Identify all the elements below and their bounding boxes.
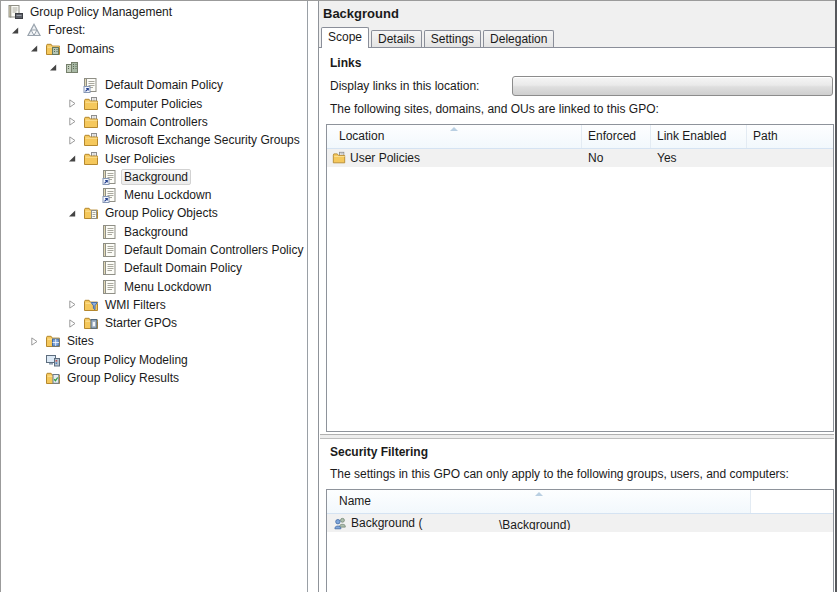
location-dropdown[interactable] <box>512 76 833 96</box>
tree-item-domain-controllers[interactable]: Domain Controllers <box>1 113 307 131</box>
page-title: Background <box>323 6 399 21</box>
tree-item-label: Domains <box>64 42 117 56</box>
console-tree: Group Policy Management Forest: Domains <box>1 1 307 387</box>
ou-icon <box>83 151 99 167</box>
forest-icon <box>26 22 42 38</box>
tree-item-label: User Policies <box>102 152 178 166</box>
tree-item-label: Group Policy Results <box>64 371 182 385</box>
tab-delegation[interactable]: Delegation <box>483 30 554 47</box>
tab-strip: Scope Details Settings Delegation <box>321 27 556 47</box>
tree-item-label: WMI Filters <box>102 298 169 312</box>
tree-item-label: Forest: <box>45 23 88 37</box>
gpmc-icon <box>8 4 24 20</box>
security-filtering-table: Name Background ( \Background) <box>326 489 834 592</box>
tree-item-group-policy-objects[interactable]: Group Policy Objects <box>1 204 307 222</box>
console-tree-pane: Group Policy Management Forest: Domains <box>1 1 308 592</box>
tree-item-menu-lockdown-gpo[interactable]: Menu Lockdown <box>1 277 307 295</box>
tree-item-group-policy-results[interactable]: Group Policy Results <box>1 369 307 387</box>
cell-name-prefix: Background ( <box>351 516 422 530</box>
expander-expanded-icon[interactable] <box>49 63 64 72</box>
column-header-enforced[interactable]: Enforced <box>582 125 651 148</box>
tree-item-computer-policies[interactable]: Computer Policies <box>1 94 307 112</box>
tree-item-starter-gpos[interactable]: Starter GPOs <box>1 314 307 332</box>
links-heading: Links <box>330 56 361 70</box>
expander-expanded-icon[interactable] <box>30 44 45 53</box>
gpo-link-icon <box>102 169 118 185</box>
sites-folder-icon <box>45 333 61 349</box>
tree-item-background-gpo[interactable]: Background <box>1 223 307 241</box>
expander-expanded-icon[interactable] <box>68 209 83 218</box>
column-header-label: Link Enabled <box>657 129 726 143</box>
tree-item-label: Background <box>121 225 191 239</box>
tab-details[interactable]: Details <box>371 30 422 47</box>
expander-collapsed-icon[interactable] <box>30 337 45 346</box>
tree-item-menu-lockdown-link[interactable]: Menu Lockdown <box>1 186 307 204</box>
results-icon <box>45 370 61 386</box>
cell-name-suffix: \Background) <box>499 516 570 530</box>
tree-item-label-selected: Background <box>121 169 191 185</box>
pane-splitter[interactable] <box>320 434 834 439</box>
links-table: Location Enforced Link Enabled Path <box>326 124 834 432</box>
tree-item-label: Default Domain Controllers Policy <box>121 243 306 257</box>
tab-settings[interactable]: Settings <box>424 30 481 47</box>
gpo-icon <box>102 260 118 276</box>
tree-item-label: Computer Policies <box>102 97 205 111</box>
column-header-label: Path <box>753 129 778 143</box>
expander-expanded-icon[interactable] <box>11 26 26 35</box>
tree-item-default-domain-policy[interactable]: Default Domain Policy <box>1 76 307 94</box>
tree-item-group-policy-modeling[interactable]: Group Policy Modeling <box>1 351 307 369</box>
gpo-icon <box>102 224 118 240</box>
tree-item-label: Menu Lockdown <box>121 188 214 202</box>
tree-item-user-policies[interactable]: User Policies <box>1 149 307 167</box>
tree-item-group-policy-management[interactable]: Group Policy Management <box>1 3 307 21</box>
links-table-row-user-policies[interactable]: User Policies No Yes <box>327 149 833 167</box>
gpo-icon <box>102 242 118 258</box>
column-header-path[interactable]: Path <box>747 125 833 148</box>
cell-enforced: No <box>588 151 603 165</box>
display-links-label: Display links in this location: <box>330 79 479 93</box>
tree-item-domain[interactable] <box>1 58 307 76</box>
tree-item-domains[interactable]: Domains <box>1 40 307 58</box>
column-header-name[interactable]: Name <box>327 490 751 513</box>
column-header-link-enabled[interactable]: Link Enabled <box>651 125 747 148</box>
links-intro-text: The following sites, domains, and OUs ar… <box>330 102 659 116</box>
domains-icon <box>45 41 61 57</box>
expander-collapsed-icon[interactable] <box>68 300 83 309</box>
tree-item-microsoft-exchange-security-groups[interactable]: Microsoft Exchange Security Groups <box>1 131 307 149</box>
gpo-link-icon <box>83 77 99 93</box>
tree-item-default-domain-controllers-policy-gpo[interactable]: Default Domain Controllers Policy <box>1 241 307 259</box>
column-header-location[interactable]: Location <box>327 125 582 148</box>
tree-item-label: Sites <box>64 334 97 348</box>
tree-item-wmi-filters[interactable]: WMI Filters <box>1 296 307 314</box>
ou-icon <box>83 114 99 130</box>
security-table-header: Name <box>327 490 833 514</box>
expander-collapsed-icon[interactable] <box>68 117 83 126</box>
expander-collapsed-icon[interactable] <box>68 319 83 328</box>
ou-icon <box>83 96 99 112</box>
tree-item-forest[interactable]: Forest: <box>1 21 307 39</box>
tree-item-sites[interactable]: Sites <box>1 332 307 350</box>
users-icon <box>333 516 347 530</box>
column-header-filler <box>751 490 833 513</box>
gpo-details-pane: Background Scope Details Settings Delega… <box>318 1 837 592</box>
column-header-label: Name <box>339 494 371 508</box>
security-filtering-heading: Security Filtering <box>330 445 428 459</box>
tab-scope[interactable]: Scope <box>321 27 369 48</box>
cell-location: User Policies <box>350 151 420 165</box>
wmi-folder-icon <box>83 297 99 313</box>
cell-link-enabled: Yes <box>657 151 677 165</box>
domain-icon <box>64 59 80 75</box>
column-header-label: Enforced <box>588 129 636 143</box>
security-table-row-background[interactable]: Background ( \Background) <box>327 514 833 532</box>
expander-collapsed-icon[interactable] <box>68 136 83 145</box>
ou-icon <box>332 151 346 165</box>
sort-ascending-icon <box>535 492 543 496</box>
sort-ascending-icon <box>450 127 458 131</box>
expander-expanded-icon[interactable] <box>68 154 83 163</box>
tree-item-default-domain-policy-gpo[interactable]: Default Domain Policy <box>1 259 307 277</box>
tree-item-label: Starter GPOs <box>102 316 180 330</box>
tree-item-background-link[interactable]: Background <box>1 168 307 186</box>
tree-item-label: Domain Controllers <box>102 115 211 129</box>
expander-collapsed-icon[interactable] <box>68 99 83 108</box>
tree-item-label: Group Policy Objects <box>102 206 221 220</box>
